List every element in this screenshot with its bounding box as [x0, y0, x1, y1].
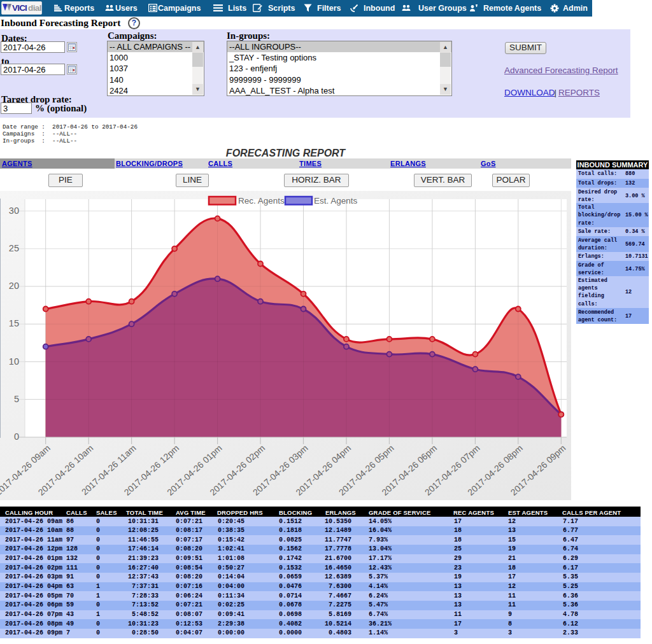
svg-text:5: 5	[14, 394, 19, 404]
svg-text:dial: dial	[28, 3, 41, 13]
svg-text:Est. Agents: Est. Agents	[314, 196, 358, 206]
svg-text:VICI: VICI	[12, 3, 27, 13]
svg-text:30: 30	[9, 206, 19, 216]
svg-text:10: 10	[9, 356, 19, 367]
svg-text:20: 20	[9, 281, 19, 291]
svg-text:Rec. Agents: Rec. Agents	[238, 196, 285, 206]
svg-text:0: 0	[14, 431, 19, 442]
svg-text:25: 25	[9, 243, 19, 253]
svg-text:15: 15	[9, 318, 19, 328]
